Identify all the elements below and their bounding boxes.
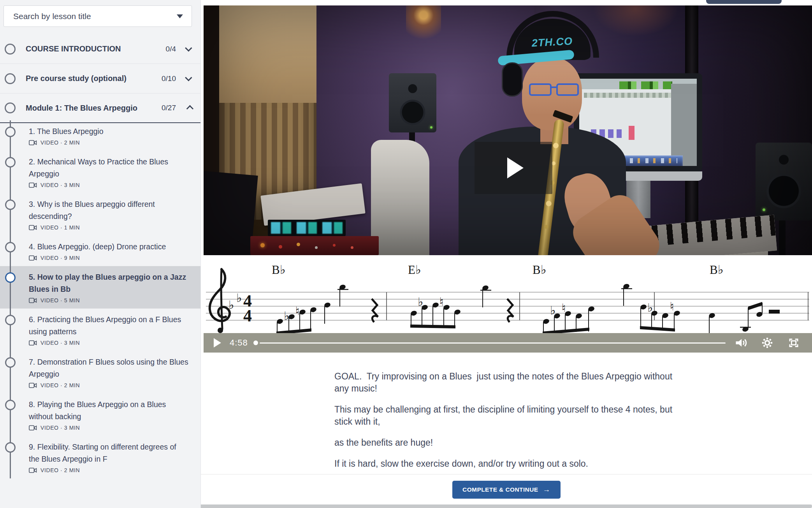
lesson-search-dropdown[interactable]: Search by lesson title	[4, 5, 192, 27]
lesson-meta-text: VIDEO · 3 MIN	[40, 340, 80, 346]
section-progress-count: 0/4	[166, 45, 176, 53]
lesson-list: 1. The Blues Arpeggio VIDEO · 2 MIN 2. M…	[0, 120, 200, 478]
chord-symbol: E♭	[408, 263, 421, 277]
measure-2-notes: ♭ ♮	[410, 285, 513, 328]
play-icon	[507, 157, 524, 178]
lesson-progress-circle	[5, 157, 16, 168]
half-rest	[769, 310, 780, 314]
lesson-item[interactable]: 3. Why is the Blues arpeggio different d…	[0, 193, 200, 236]
key-flat: ♭	[228, 298, 234, 312]
chevron-icon	[185, 74, 192, 81]
lesson-text-paragraph: as the benefits are huge!	[334, 437, 678, 449]
measure-3-notes: ♭ ♮ ♭ ♮	[543, 283, 681, 335]
course-page: Search by lesson title COURSE INTRODUCTI…	[0, 0, 812, 508]
complete-continue-label: COMPLETE & CONTINUE	[462, 486, 538, 493]
lesson-meta-text: VIDEO · 3 MIN	[40, 425, 80, 431]
lesson-meta: VIDEO · 2 MIN	[29, 467, 189, 473]
section-title: Module 1: The Blues Arpeggio	[26, 104, 162, 113]
svg-text:♭: ♭	[647, 301, 653, 314]
horizontal-scrollbar[interactable]	[201, 504, 812, 508]
lesson-item[interactable]: 9. Flexibility. Starting on different de…	[0, 436, 200, 478]
lesson-text-paragraph: GOAL. Try improvising on a Blues just us…	[334, 370, 678, 395]
complete-continue-button[interactable]: COMPLETE & CONTINUE →	[452, 481, 561, 499]
lesson-meta: VIDEO · 2 MIN	[29, 382, 189, 388]
chevron-icon	[185, 44, 192, 51]
lesson-item[interactable]: 7. Demonstration F Blues solos using the…	[0, 351, 200, 393]
progress-bar[interactable]	[253, 333, 726, 353]
control-play-button[interactable]	[214, 338, 221, 347]
lesson-text-paragraph: This may be challenging at first, the di…	[334, 404, 678, 428]
top-strip	[201, 0, 812, 5]
lesson-title: 6. Practicing the Blues Arpeggio on a F …	[29, 314, 189, 338]
chord-symbol: B♭	[710, 263, 723, 277]
lesson-progress-circle	[5, 127, 16, 137]
svg-text:♮: ♮	[562, 301, 566, 315]
video-camera-icon	[29, 298, 37, 303]
section-row[interactable]: COURSE INTRODUCTION 0/4	[0, 34, 200, 64]
svg-text:♮: ♮	[295, 304, 300, 318]
lesson-meta-text: VIDEO · 2 MIN	[40, 139, 80, 146]
section-progress-count: 0/10	[162, 74, 176, 83]
gear-icon[interactable]	[761, 337, 773, 349]
time-signature-bottom: 4	[243, 306, 252, 325]
section-row[interactable]: Pre course study (optional) 0/10	[0, 64, 200, 93]
volume-icon[interactable]	[735, 337, 747, 349]
lesson-meta: VIDEO · 9 MIN	[29, 255, 189, 261]
lesson-meta: VIDEO · 1 MIN	[29, 224, 189, 231]
lesson-title: 3. Why is the Blues arpeggio different d…	[29, 198, 189, 222]
lesson-progress-circle	[5, 199, 16, 210]
measure-1-notes: ♭ ♮	[276, 284, 378, 335]
lesson-meta-text: VIDEO · 1 MIN	[40, 224, 80, 231]
lesson-item[interactable]: 8. Playing the Blues Arpeggio on a Blues…	[0, 393, 200, 436]
lesson-progress-circle	[5, 242, 16, 252]
lesson-meta: VIDEO · 2 MIN	[29, 139, 189, 146]
video-camera-icon	[29, 225, 37, 231]
fullscreen-icon[interactable]	[787, 337, 800, 349]
svg-text:♮: ♮	[439, 295, 444, 309]
course-sidebar: Search by lesson title COURSE INTRODUCTI…	[0, 0, 201, 508]
video-player[interactable]: 2TH.CO	[204, 5, 812, 255]
lesson-item[interactable]: 2. Mechanical Ways to Practice the Blues…	[0, 151, 200, 193]
video-camera-icon	[29, 340, 37, 346]
progress-track	[260, 342, 726, 344]
control-icons	[735, 337, 800, 349]
video-camera-icon	[29, 140, 37, 146]
svg-text:♭: ♭	[550, 303, 555, 317]
section-progress-count: 0/27	[162, 104, 176, 112]
video-camera-icon	[29, 182, 37, 188]
progress-knob[interactable]	[253, 340, 258, 345]
video-camera-icon	[29, 255, 37, 261]
section-title: Pre course study (optional)	[26, 74, 162, 83]
lesson-description: GOAL. Try improvising on a Blues just us…	[334, 353, 678, 474]
section-row[interactable]: Module 1: The Blues Arpeggio 0/27	[0, 93, 200, 123]
section-title: COURSE INTRODUCTION	[26, 44, 166, 53]
scrollbar-thumb[interactable]	[201, 504, 812, 508]
svg-text:♭: ♭	[418, 295, 423, 309]
lesson-item[interactable]: 5. How to play the Blues arpeggio on a J…	[0, 266, 200, 309]
chord-symbol: B♭	[533, 263, 546, 277]
lesson-meta-text: VIDEO · 5 MIN	[40, 297, 80, 303]
lesson-item[interactable]: 4. Blues Arpeggio. (deep) Drone practice…	[0, 236, 200, 266]
section-progress-circle	[5, 102, 16, 113]
play-button[interactable]	[475, 142, 552, 194]
arrow-right-icon: →	[543, 485, 550, 494]
lesson-item[interactable]: 6. Practicing the Blues Arpeggio on a F …	[0, 309, 200, 351]
search-placeholder: Search by lesson title	[13, 12, 177, 21]
section-progress-circle	[5, 44, 16, 55]
lesson-footer: COMPLETE & CONTINUE →	[201, 474, 812, 504]
video-camera-icon	[29, 383, 37, 388]
lesson-meta: VIDEO · 5 MIN	[29, 297, 189, 303]
treble-clef	[210, 269, 230, 333]
sheet-music: ♭ ♭ 4 4 B♭ E♭ B♭ B♭	[204, 255, 812, 353]
lesson-item[interactable]: 1. The Blues Arpeggio VIDEO · 2 MIN	[0, 120, 200, 151]
quarter-rest	[372, 299, 378, 322]
top-right-button[interactable]	[706, 0, 782, 4]
video-camera-icon	[29, 467, 37, 473]
lesson-title: 7. Demonstration F Blues solos using the…	[29, 356, 189, 380]
lesson-meta-text: VIDEO · 3 MIN	[40, 182, 80, 188]
svg-text:♭: ♭	[284, 309, 289, 323]
lesson-title: 4. Blues Arpeggio. (deep) Drone practice	[29, 241, 189, 253]
svg-text:♮: ♮	[670, 300, 674, 313]
section-list: COURSE INTRODUCTION 0/4 Pre course study…	[0, 34, 200, 123]
lesson-meta-text: VIDEO · 9 MIN	[40, 255, 80, 261]
